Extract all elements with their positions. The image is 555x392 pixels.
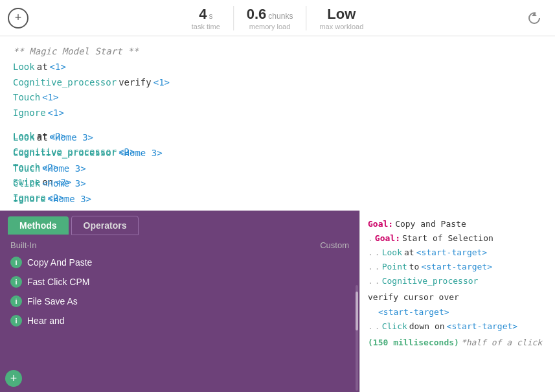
panel-overlay: Methods Operators Built-In Custom i Copy… bbox=[0, 211, 555, 392]
info-icon-4: i bbox=[10, 315, 22, 327]
main-content: ** Magic Model Start ** Look at <1> Cogn… bbox=[0, 36, 555, 392]
comment-line: ** Magic Model Start ** bbox=[13, 44, 542, 60]
method-name-1: Copy And Paste bbox=[27, 257, 92, 268]
memory-load-value: 0.6 bbox=[247, 6, 267, 23]
built-in-label: Built-In bbox=[10, 240, 36, 250]
header: + 4 s task time 0.6 chunks memory load L… bbox=[0, 0, 555, 36]
rp-link-start-target-3: <start-target> bbox=[378, 305, 449, 319]
memory-load-unit: chunks bbox=[268, 12, 293, 21]
tabs-row: Methods Operators bbox=[0, 211, 359, 235]
max-workload-value: Low bbox=[327, 6, 356, 23]
line-touch-home3[interactable]: Touch <Home 3> bbox=[13, 161, 163, 177]
rp-line-4: . . Point to <start-target> bbox=[368, 260, 547, 274]
comment-text: ** Magic Model Start ** bbox=[13, 44, 139, 60]
scroll-thumb bbox=[356, 292, 358, 330]
script-lines-bottom: Look at <Home 3> Cognitive_processor <Ho… bbox=[13, 130, 163, 207]
add-button[interactable]: + bbox=[8, 8, 28, 29]
panel-subheader: Built-In Custom bbox=[0, 235, 359, 253]
info-icon-1: i bbox=[10, 257, 22, 268]
rp-link-start-target-4: <start-target> bbox=[447, 319, 518, 334]
line-ignore-home3[interactable]: Ignore <Home 3> bbox=[13, 192, 163, 207]
rp-time: (150 milliseconds) bbox=[368, 336, 459, 350]
line-touch-1[interactable]: Touch <1> bbox=[13, 90, 542, 106]
rp-text-1: Copy and Paste bbox=[395, 217, 466, 231]
rp-kw-point: Point bbox=[382, 260, 407, 274]
rp-line-2: . Goal: Start of Selection bbox=[368, 231, 547, 246]
rp-goal-2: Goal: bbox=[375, 231, 400, 246]
rp-link-start-target-1: <start-target> bbox=[416, 246, 488, 260]
rp-line-3: . . Look at <start-target> bbox=[368, 246, 547, 260]
reload-button[interactable] bbox=[524, 8, 545, 29]
method-fast-click[interactable]: i Fast Click CPM bbox=[5, 272, 354, 292]
rp-kw-look: Look bbox=[382, 246, 402, 260]
line-ignore-1[interactable]: Ignore <1> bbox=[13, 106, 542, 121]
rp-goal-1: Goal: bbox=[368, 217, 393, 231]
tab-operators[interactable]: Operators bbox=[71, 216, 139, 235]
memory-load-stat: 0.6 chunks memory load bbox=[234, 6, 307, 30]
rp-link-start-target-2: <start-target> bbox=[421, 260, 492, 274]
line-cognitive-home3[interactable]: Cognitive_processor <Home 3> bbox=[13, 146, 163, 161]
task-time-stat: 4 s task time bbox=[179, 6, 234, 30]
max-workload-label: max workload bbox=[319, 23, 363, 30]
memory-load-label: memory load bbox=[249, 23, 291, 30]
line-look-home3[interactable]: Look at <Home 3> bbox=[13, 130, 163, 146]
rp-line-5b: <start-target> bbox=[368, 305, 547, 319]
line-cognitive-1[interactable]: Cognitive_processor verify <1> bbox=[13, 75, 542, 91]
method-copy-paste[interactable]: i Copy And Paste bbox=[5, 253, 354, 272]
line-look-1[interactable]: Look at <1> bbox=[13, 60, 542, 75]
rp-kw-click: Click bbox=[382, 319, 407, 334]
stats-area: 4 s task time 0.6 chunks memory load Low… bbox=[179, 6, 377, 30]
rp-kw-cognitive: Cognitive_processor bbox=[382, 274, 479, 288]
info-icon-2: i bbox=[10, 276, 22, 288]
tab-methods[interactable]: Methods bbox=[8, 216, 69, 235]
task-time-value: 4 bbox=[199, 6, 207, 23]
rp-line-1: Goal: Copy and Paste bbox=[368, 217, 547, 231]
method-list: i Copy And Paste i Fast Click CPM i File… bbox=[0, 253, 359, 330]
method-list-area: i Copy And Paste i Fast Click CPM i File… bbox=[0, 253, 359, 392]
rp-small: *half of a click bbox=[461, 336, 542, 350]
left-panel: Methods Operators Built-In Custom i Copy… bbox=[0, 211, 359, 392]
method-name-2: Fast Click CPM bbox=[27, 277, 89, 287]
method-name-4: Hear and bbox=[27, 316, 65, 326]
blank-line-1 bbox=[13, 121, 542, 129]
rp-line-5: . . Cognitive_processor verify cursor ov… bbox=[368, 274, 547, 305]
task-time-unit: s bbox=[209, 12, 212, 21]
right-panel: Goal: Copy and Paste . Goal: Start of Se… bbox=[359, 211, 555, 392]
info-icon-3: i bbox=[10, 295, 22, 307]
rp-text-2: Start of Selection bbox=[402, 231, 493, 246]
method-name-3: File Save As bbox=[27, 296, 78, 306]
custom-label: Custom bbox=[320, 240, 349, 250]
max-workload-stat: Low max workload bbox=[306, 6, 376, 30]
task-time-label: task time bbox=[192, 23, 220, 30]
rp-line-6: . . Click down on <start-target> (150 mi… bbox=[368, 319, 547, 350]
method-file-save[interactable]: i File Save As bbox=[5, 292, 354, 311]
method-hear[interactable]: i Hear and bbox=[5, 311, 354, 330]
line-click-home3[interactable]: Click <Home 3> bbox=[13, 176, 163, 192]
scroll-indicator bbox=[356, 285, 358, 391]
add-button-bottom[interactable]: + bbox=[5, 370, 22, 387]
